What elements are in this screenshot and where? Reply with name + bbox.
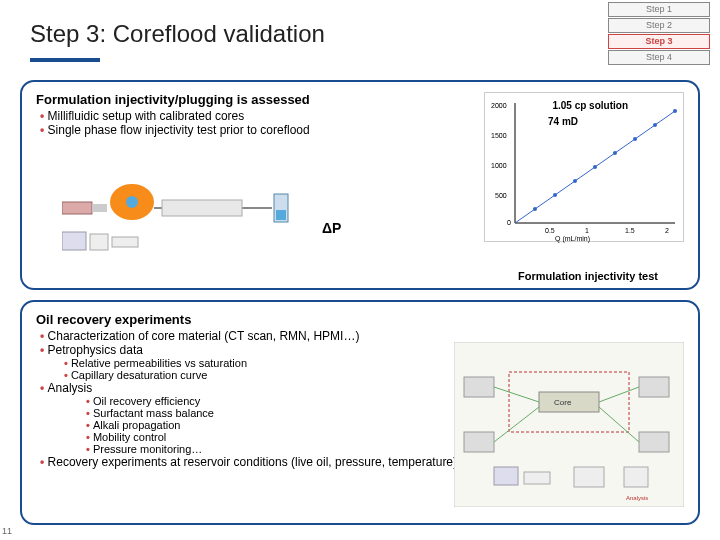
recovery-panel: Oil recovery experiments Characterizatio… — [20, 300, 700, 525]
injectivity-chart: 2000 1500 1000 500 0 0.5 1 1.5 2 Q (mL/m… — [484, 92, 684, 242]
svg-point-25 — [553, 193, 557, 197]
millifluidic-setup-diagram — [62, 172, 342, 257]
svg-point-28 — [613, 151, 617, 155]
svg-text:500: 500 — [495, 192, 507, 199]
panel2-heading: Oil recovery experiments — [36, 312, 684, 327]
svg-point-31 — [673, 109, 677, 113]
coreflood-rig-diagram: Core Analysis — [454, 342, 684, 507]
svg-text:1: 1 — [585, 227, 589, 234]
step-1-button[interactable]: Step 1 — [608, 2, 710, 17]
svg-text:0.5: 0.5 — [545, 227, 555, 234]
svg-text:2000: 2000 — [491, 102, 507, 109]
svg-rect-9 — [90, 234, 108, 250]
svg-text:0: 0 — [507, 219, 511, 226]
svg-rect-7 — [276, 210, 286, 220]
svg-text:1000: 1000 — [491, 162, 507, 169]
slide-number: 11 — [2, 526, 12, 536]
injectivity-panel: Formulation injectivity/plugging is asse… — [20, 80, 700, 290]
svg-rect-39 — [639, 432, 669, 452]
svg-rect-8 — [62, 232, 86, 250]
svg-point-29 — [633, 137, 637, 141]
svg-text:Q (mL/min): Q (mL/min) — [555, 235, 590, 243]
step-navigation: Step 1 Step 2 Step 3 Step 4 — [608, 2, 710, 65]
chart-annotation-1: 1.05 cp solution — [552, 100, 628, 111]
svg-rect-37 — [464, 432, 494, 452]
step-4-button[interactable]: Step 4 — [608, 50, 710, 65]
svg-rect-38 — [639, 377, 669, 397]
svg-point-24 — [533, 207, 537, 211]
svg-text:2: 2 — [665, 227, 669, 234]
svg-point-26 — [573, 179, 577, 183]
svg-rect-44 — [494, 467, 518, 485]
step-3-button[interactable]: Step 3 — [608, 34, 710, 49]
svg-text:Analysis: Analysis — [626, 495, 648, 501]
title-underline — [30, 58, 100, 62]
svg-rect-1 — [92, 204, 107, 212]
svg-text:1500: 1500 — [491, 132, 507, 139]
svg-point-27 — [593, 165, 597, 169]
svg-rect-45 — [524, 472, 550, 484]
slide-title: Step 3: Coreflood validation — [30, 20, 325, 48]
svg-point-30 — [653, 123, 657, 127]
chart-annotation-2: 74 mD — [548, 116, 578, 127]
svg-text:Core: Core — [554, 398, 572, 407]
step-2-button[interactable]: Step 2 — [608, 18, 710, 33]
svg-rect-10 — [112, 237, 138, 247]
svg-rect-5 — [162, 200, 242, 216]
svg-point-3 — [126, 196, 138, 208]
svg-rect-36 — [464, 377, 494, 397]
chart-caption: Formulation injectivity test — [518, 270, 658, 282]
svg-rect-46 — [574, 467, 604, 487]
svg-rect-0 — [62, 202, 92, 214]
svg-rect-47 — [624, 467, 648, 487]
delta-p-label: ΔP — [322, 220, 341, 236]
panel1-bullet-2: Single phase flow injectivity test prior… — [36, 123, 336, 137]
svg-rect-32 — [454, 342, 684, 507]
svg-text:1.5: 1.5 — [625, 227, 635, 234]
panel2-bullet-1: Characterization of core material (CT sc… — [36, 329, 684, 343]
